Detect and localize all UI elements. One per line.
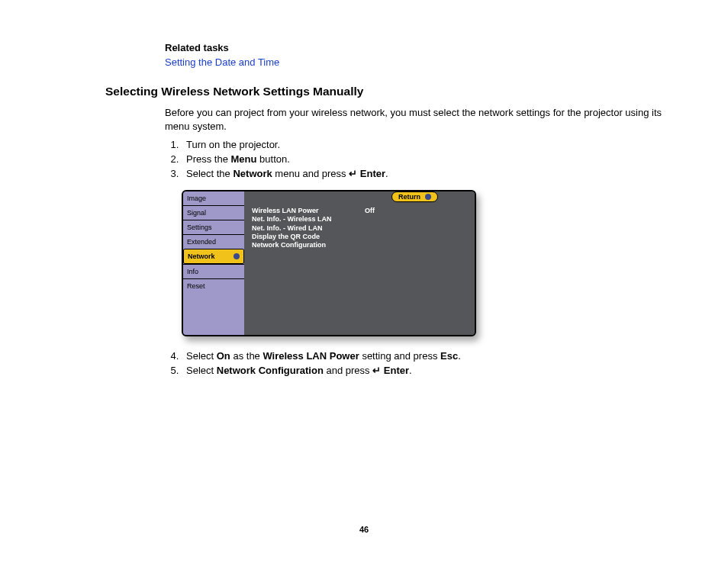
enter-icon: ↵ — [349, 168, 357, 179]
step-4-c: as the — [230, 350, 263, 362]
intro-text: Before you can project from your wireles… — [165, 106, 678, 133]
step-5-netconfig: Network Configuration — [217, 365, 324, 376]
option-qr-code[interactable]: Display the QR Code — [252, 233, 467, 241]
step-4-g: . — [458, 350, 461, 362]
step-4-esc: Esc — [440, 350, 458, 362]
option-wireless-lan-power[interactable]: Wireless LAN Power Off — [252, 207, 467, 215]
step-4-e: setting and press — [359, 350, 440, 362]
step-5-enter: Enter — [381, 365, 409, 376]
option-label: Network Configuration — [252, 241, 365, 249]
related-link-date-time[interactable]: Setting the Date and Time — [165, 56, 678, 68]
menu-item-info[interactable]: Info — [183, 264, 244, 278]
menu-item-settings[interactable]: Settings — [183, 220, 244, 234]
page-number: 46 — [0, 525, 728, 534]
step-4-wlp: Wireless LAN Power — [263, 350, 359, 362]
step-4-on: On — [217, 350, 230, 362]
step-2-menu: Menu — [231, 153, 257, 165]
menu-main-panel: Return Wireless LAN Power Off Net. Info.… — [244, 191, 475, 335]
step-3-a: Select the — [186, 168, 233, 179]
step-5-a: Select — [186, 365, 217, 376]
return-button[interactable]: Return — [391, 191, 438, 202]
enter-icon: ↵ — [372, 365, 381, 376]
option-netinfo-wireless[interactable]: Net. Info. - Wireless LAN — [252, 215, 467, 224]
option-label: Wireless LAN Power — [252, 207, 365, 215]
menu-item-extended[interactable]: Extended — [183, 234, 244, 249]
menu-options: Wireless LAN Power Off Net. Info. - Wire… — [252, 207, 467, 249]
step-4: Select On as the Wireless LAN Power sett… — [182, 350, 678, 362]
step-5: Select Network Configuration and press ↵… — [182, 365, 678, 376]
option-value: Off — [365, 207, 375, 215]
section-title: Selecting Wireless Network Settings Manu… — [105, 85, 678, 98]
menu-item-image[interactable]: Image — [183, 191, 244, 205]
step-3-c: menu and press — [272, 168, 349, 179]
step-4-a: Select — [186, 350, 217, 362]
option-network-config[interactable]: Network Configuration — [252, 241, 467, 249]
related-tasks-heading: Related tasks — [165, 42, 678, 53]
option-label: Net. Info. - Wireless LAN — [252, 215, 365, 224]
projector-menu: Image Signal Settings Extended Network I… — [182, 190, 476, 336]
menu-item-network[interactable]: Network — [183, 249, 244, 264]
step-3-network: Network — [233, 168, 272, 179]
step-1-text: Turn on the projector. — [186, 139, 280, 150]
option-label: Display the QR Code — [252, 233, 365, 241]
menu-item-reset[interactable]: Reset — [183, 278, 244, 293]
step-3-e: . — [385, 168, 388, 179]
menu-sidebar: Image Signal Settings Extended Network I… — [183, 191, 244, 335]
step-2-a: Press the — [186, 153, 231, 165]
step-2-c: button. — [256, 153, 289, 165]
menu-item-signal[interactable]: Signal — [183, 205, 244, 220]
option-label: Net. Info. - Wired LAN — [252, 224, 365, 233]
step-2: Press the Menu button. — [182, 153, 678, 165]
step-3: Select the Network menu and press ↵ Ente… — [182, 168, 678, 179]
step-5-c: and press — [324, 365, 372, 376]
step-5-e: . — [409, 365, 412, 376]
step-3-enter: Enter — [357, 168, 385, 179]
step-1: Turn on the projector. — [182, 139, 678, 150]
option-netinfo-wired[interactable]: Net. Info. - Wired LAN — [252, 224, 467, 233]
